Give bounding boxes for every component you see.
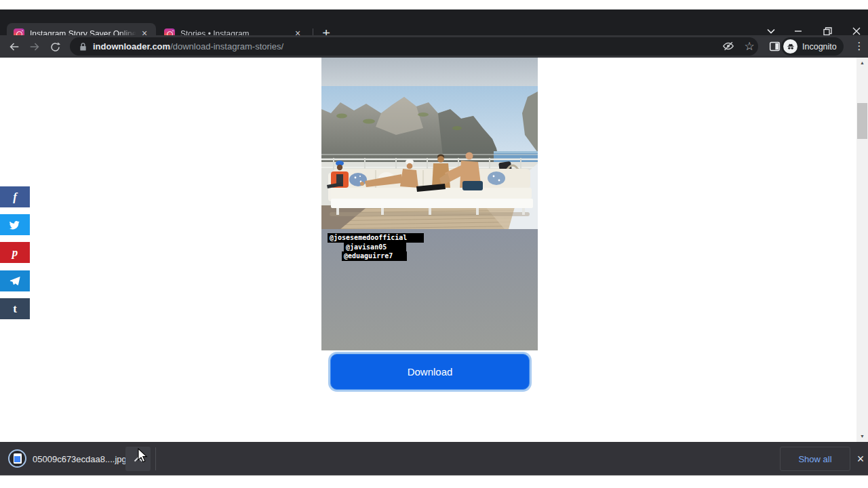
tab-strip: Instagram Story Saver Online | D × Stori… [0, 9, 868, 35]
browser-window: Instagram Story Saver Online | D × Stori… [0, 0, 868, 488]
scrollbar-thumb[interactable] [857, 103, 867, 139]
downloads-bar: 05009c673ecdaa8....jpg Show all × [0, 442, 868, 476]
download-button[interactable]: Download [330, 354, 530, 390]
downloaded-filename[interactable]: 05009c673ecdaa8....jpg [33, 442, 127, 476]
address-bar[interactable]: indownloader.com/download-instagram-stor… [70, 37, 758, 56]
show-all-downloads-button[interactable]: Show all [780, 447, 850, 471]
incognito-badge: Incognito [781, 37, 844, 56]
url-text: indownloader.com/download-instagram-stor… [93, 41, 283, 52]
incognito-spy-icon [783, 39, 797, 54]
facebook-icon: f [13, 190, 17, 204]
share-telegram-button[interactable] [0, 270, 30, 291]
story-username: @javisan05 [344, 243, 406, 252]
side-panel-icon[interactable] [766, 38, 783, 54]
image-file-icon [14, 453, 22, 464]
share-twitter-button[interactable] [0, 214, 30, 235]
bookmark-star-icon[interactable]: ☆ [741, 38, 757, 54]
twitter-bird-icon [9, 219, 21, 231]
scroll-down-icon[interactable]: ▼ [856, 431, 868, 442]
share-pinterest-button[interactable]: p [0, 242, 30, 263]
patterned-pillow [349, 173, 367, 186]
sofa-base [331, 199, 533, 208]
story-username: @josesemedoofficial [328, 233, 424, 243]
downloads-bar-divider [155, 447, 156, 470]
story-preview: @josesemedoofficial @javisan05 @eduaguir… [321, 58, 538, 350]
page-content: f p t [0, 58, 868, 442]
browser-menu-icon[interactable]: ⋮ [852, 38, 867, 54]
forward-icon[interactable] [26, 38, 43, 56]
eye-hidden-icon[interactable] [720, 38, 736, 54]
share-tumblr-button[interactable]: t [0, 298, 30, 319]
lock-icon[interactable] [79, 42, 87, 52]
url-domain: indownloader.com [93, 41, 170, 52]
story-photo [321, 86, 538, 229]
downloads-bar-close-button[interactable]: × [853, 450, 868, 468]
downloaded-file-icon[interactable] [8, 449, 26, 468]
mouse-cursor [137, 448, 151, 463]
pinterest-icon: p [12, 246, 18, 260]
tumblr-icon: t [13, 302, 17, 316]
story-background-top [321, 58, 538, 86]
incognito-label: Incognito [802, 42, 837, 52]
patterned-pillow [488, 171, 505, 185]
share-facebook-button[interactable]: f [0, 186, 30, 207]
scrollbar[interactable]: ▲ ▼ [856, 58, 868, 442]
reload-icon[interactable] [46, 38, 64, 56]
back-icon[interactable] [5, 38, 23, 56]
scroll-up-icon[interactable]: ▲ [856, 58, 868, 68]
url-path: /download-instagram-stories/ [170, 41, 283, 52]
telegram-plane-icon [9, 275, 21, 287]
story-username: @eduaguirre7 [342, 251, 407, 261]
